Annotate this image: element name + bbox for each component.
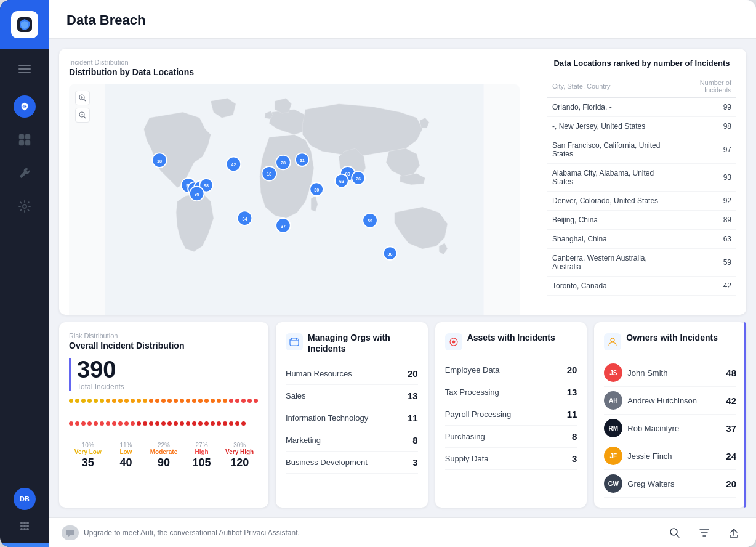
zoom-in-button[interactable] (75, 91, 90, 105)
grid-icon[interactable] (14, 515, 36, 537)
svg-rect-62 (296, 338, 297, 340)
item-count: 20 (408, 368, 418, 379)
risk-dot (106, 421, 110, 426)
owner-avatar: RM (604, 419, 622, 437)
location-count: 98 (672, 117, 736, 136)
owner-count: 24 (726, 451, 736, 461)
risk-dot (106, 399, 110, 403)
svg-rect-61 (291, 338, 292, 340)
svg-point-13 (20, 528, 23, 530)
map-controls (75, 91, 90, 123)
sidebar-item-settings[interactable] (0, 191, 49, 222)
svg-point-15 (26, 528, 29, 530)
table-row: San Francisco, California, United States… (547, 136, 736, 164)
table-row: -, New Jersey, United States98 (547, 117, 736, 136)
risk-dot (81, 421, 86, 426)
user-avatar[interactable]: DB (14, 488, 36, 510)
risk-stat: 30% Very High 120 (220, 442, 259, 469)
risk-dot (204, 421, 209, 426)
chat-text: Upgrade to meet Auti, the conversational… (84, 529, 300, 537)
share-button[interactable] (724, 523, 744, 543)
risk-stats: 10% Very Low 35 11% Low 40 22% Moderate … (69, 442, 259, 469)
risk-dot (247, 399, 252, 403)
content-area: Incident Distribution Distribution by Da… (49, 39, 756, 517)
owner-left: GW Greg Walters (604, 474, 674, 493)
table-row: Cape Town, South Africa37 (547, 296, 736, 298)
table-row: Shanghai, China63 (547, 230, 736, 249)
page-header: Data Breach (49, 0, 756, 39)
svg-line-67 (677, 535, 679, 537)
risk-pct: 11% (107, 442, 145, 448)
sidebar-item-dashboard[interactable] (0, 124, 49, 155)
item-count: 3 (412, 457, 417, 468)
filter-button[interactable] (694, 523, 714, 543)
asset-name: Tax Processing (445, 387, 499, 397)
total-incidents-block: 390 Total Incidents (69, 358, 259, 391)
asset-count: 20 (567, 365, 577, 375)
main-content: Data Breach Incident Distribution Distri… (49, 0, 756, 547)
svg-rect-60 (290, 339, 299, 346)
risk-dot (241, 421, 246, 426)
location-name: Orlando, Florida, - (547, 98, 672, 117)
locations-list[interactable]: City, State, Country Number of Incidents… (547, 75, 736, 297)
risk-dot (204, 399, 209, 403)
asset-name: Payroll Processing (445, 410, 512, 419)
risk-title: Overall Incident Distribution (69, 341, 259, 350)
risk-dot (235, 421, 239, 426)
owner-count: 37 (726, 423, 736, 434)
location-name: Shanghai, China (547, 230, 672, 249)
svg-text:18: 18 (267, 171, 271, 177)
list-item: Tax Processing13 (445, 381, 577, 403)
svg-text:21: 21 (300, 158, 305, 163)
list-item: Payroll Processing11 (445, 403, 577, 426)
app-logo (11, 11, 38, 38)
risk-dot (241, 399, 246, 403)
owner-name: Andrew Hutchinson (627, 396, 697, 405)
svg-rect-4 (19, 140, 24, 145)
assets-list: Employee Data20Tax Processing13Payroll P… (445, 359, 577, 470)
risk-dot (143, 399, 147, 403)
owner-count: 20 (726, 479, 736, 489)
risk-dot (217, 421, 221, 426)
svg-text:34: 34 (242, 216, 247, 222)
risk-dot (223, 399, 227, 403)
total-count: 390 (77, 358, 259, 381)
list-item: Business Development3 (286, 452, 418, 474)
total-label: Total Incidents (77, 383, 259, 391)
asset-name: Employee Data (445, 365, 500, 375)
risk-stat: 10% Very Low 35 (69, 442, 107, 469)
risk-dot (192, 421, 196, 426)
risk-label: Risk Distribution (69, 332, 259, 339)
sidebar-logo (0, 0, 49, 49)
table-row: Alabama City, Alabama, United States93 (547, 164, 736, 192)
risk-dot (143, 421, 147, 426)
risk-dot (174, 399, 178, 403)
risk-dot (167, 399, 172, 403)
sidebar-item-tools[interactable] (0, 158, 49, 188)
svg-point-66 (670, 529, 677, 535)
zoom-out-button[interactable] (75, 108, 90, 123)
sidebar-item-security[interactable]: 4♦ (0, 91, 49, 122)
assets-icon (445, 333, 462, 350)
table-row: Denver, Colorado, United States92 (547, 192, 736, 211)
location-count: 59 (672, 249, 736, 277)
page-title: Data Breach (66, 12, 739, 28)
locations-title: Data Locations ranked by number of Incid… (547, 59, 736, 68)
location-name: Alabama City, Alabama, United States (547, 164, 672, 192)
location-name: Canberra, Western Australia, Australia (547, 249, 672, 277)
map-panel: Incident Distribution Distribution by Da… (59, 49, 529, 315)
item-count: 8 (412, 435, 417, 445)
search-button[interactable] (665, 523, 685, 543)
risk-stat: 22% Moderate 90 (145, 442, 183, 469)
list-item: Sales13 (286, 385, 418, 407)
world-map: 18 42 97 (69, 84, 520, 315)
menu-toggle[interactable] (0, 54, 49, 84)
top-section: Incident Distribution Distribution by Da… (59, 49, 746, 315)
risk-count: 35 (69, 456, 107, 469)
risk-dot (174, 421, 178, 426)
asset-name: Supply Data (445, 454, 489, 463)
risk-stat: 11% Low 40 (107, 442, 145, 469)
owner-item: JF Jessie Finch 24 (604, 442, 736, 470)
risk-dot (180, 399, 184, 403)
item-name: Marketing (286, 436, 321, 445)
